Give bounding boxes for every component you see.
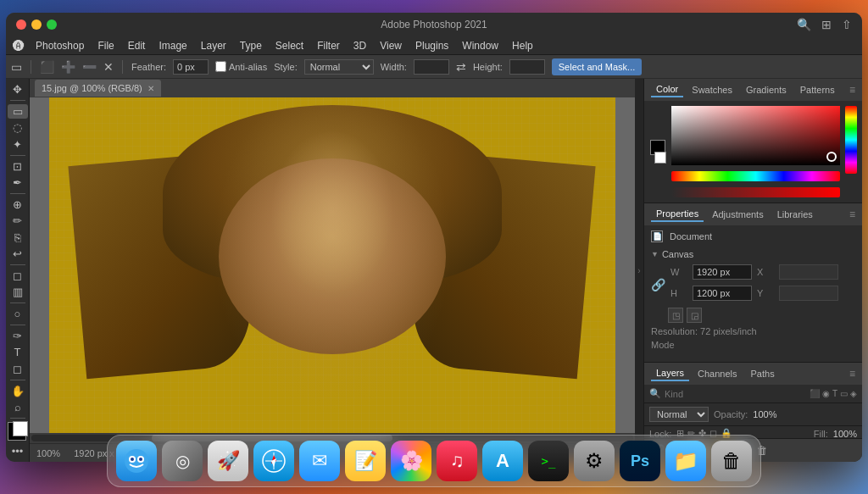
filter-pixel-icon[interactable]: ⬛ [810, 389, 820, 398]
anti-alias-check[interactable] [215, 61, 226, 72]
dock-trash[interactable]: 🗑 [711, 441, 752, 481]
menu-file[interactable]: File [92, 38, 120, 53]
dock-folder[interactable]: 📁 [665, 441, 706, 481]
swap-icon[interactable]: ⇄ [456, 60, 466, 74]
patterns-tab[interactable]: Patterns [795, 83, 840, 97]
dock-notes[interactable]: 📝 [345, 441, 386, 481]
filter-shape-icon[interactable]: ▭ [840, 389, 848, 398]
bg-color-swatch[interactable] [654, 152, 666, 164]
menu-edit[interactable]: Edit [122, 38, 152, 53]
anchor-tl-icon[interactable]: ◳ [668, 308, 683, 323]
lasso-tool[interactable]: ◌ [8, 120, 28, 135]
dock-photos[interactable]: 🌸 [391, 441, 431, 481]
swatches-tab[interactable]: Swatches [687, 83, 737, 97]
maximize-button[interactable] [47, 19, 57, 30]
arrange-icon[interactable]: ⊞ [821, 18, 832, 31]
width-input[interactable] [414, 59, 449, 75]
close-button[interactable] [16, 19, 26, 30]
anti-alias-checkbox[interactable]: Anti-alias [215, 61, 267, 72]
canvas-tab-15jpg[interactable]: 15.jpg @ 100% (RGB/8) ✕ [35, 80, 161, 97]
color-spectrum[interactable] [671, 106, 840, 165]
minimize-button[interactable] [31, 19, 42, 30]
height-input[interactable] [509, 59, 545, 75]
crop-tool[interactable]: ⊡ [8, 159, 28, 174]
marquee-tool[interactable]: ▭ [8, 104, 28, 119]
menu-window[interactable]: Window [456, 38, 504, 53]
dock-siri[interactable]: ◎ [162, 441, 203, 481]
canvas-width-input[interactable] [693, 264, 752, 280]
search-icon[interactable]: 🔍 [797, 18, 811, 31]
zoom-tool[interactable]: ⌕ [8, 400, 28, 414]
properties-panel-menu-icon[interactable]: ≡ [849, 208, 855, 220]
hue-slider[interactable] [671, 171, 840, 181]
color-tab[interactable]: Color [651, 82, 683, 97]
properties-tab[interactable]: Properties [651, 207, 704, 222]
intersect-selection-icon[interactable]: ✕ [103, 60, 114, 74]
layers-tab[interactable]: Layers [651, 366, 689, 381]
quick-select-tool[interactable]: ✦ [8, 137, 28, 152]
filter-adjust-icon[interactable]: ◉ [822, 389, 830, 398]
adjustments-tab[interactable]: Adjustments [707, 208, 769, 221]
color-panel-menu-icon[interactable]: ≡ [849, 84, 855, 96]
hue-strip[interactable] [845, 106, 857, 174]
dock-safari[interactable] [253, 441, 294, 481]
share-icon[interactable]: ⇧ [842, 18, 852, 31]
shape-tool[interactable]: ◻ [8, 362, 28, 376]
dock-mail[interactable]: ✉ [299, 441, 340, 481]
brush-tool[interactable]: ✏ [8, 214, 28, 228]
menu-image[interactable]: Image [153, 38, 192, 53]
pen-tool[interactable]: ✑ [8, 329, 28, 343]
layers-kind-input[interactable] [665, 389, 806, 399]
hand-tool[interactable]: ✋ [8, 384, 28, 398]
channels-tab[interactable]: Channels [693, 367, 742, 380]
dock-photoshop[interactable]: Ps [620, 441, 660, 481]
canvas-tab-close-btn[interactable]: ✕ [147, 84, 154, 93]
menu-help[interactable]: Help [506, 38, 539, 53]
move-tool[interactable]: ✥ [8, 82, 28, 97]
background-color[interactable] [13, 421, 28, 436]
add-selection-icon[interactable]: ➕ [61, 60, 75, 74]
dock-finder[interactable] [116, 441, 157, 481]
menu-view[interactable]: View [374, 38, 408, 53]
menu-layer[interactable]: Layer [195, 38, 232, 53]
y-position-input[interactable] [779, 286, 838, 301]
subtract-selection-icon[interactable]: ➖ [82, 60, 97, 74]
libraries-tab[interactable]: Libraries [772, 208, 818, 221]
menu-3d[interactable]: 3D [348, 38, 372, 53]
filter-smart-icon[interactable]: ◈ [850, 389, 857, 398]
link-dimensions-icon[interactable]: 🔗 [651, 278, 665, 291]
menu-select[interactable]: Select [270, 38, 309, 53]
dock-appstore[interactable]: A [482, 441, 523, 481]
feather-input[interactable] [173, 59, 209, 75]
spot-heal-tool[interactable]: ⊕ [8, 197, 28, 212]
menu-filter[interactable]: Filter [311, 38, 346, 53]
blend-mode-select[interactable]: Normal Multiply Screen [649, 407, 709, 422]
clone-stamp-tool[interactable]: ⎘ [8, 230, 28, 244]
color-picker-handle[interactable] [826, 152, 837, 162]
more-tools-button[interactable]: ••• [8, 444, 28, 458]
history-brush-tool[interactable]: ↩ [8, 247, 28, 261]
anchor-tr-icon[interactable]: ◲ [687, 308, 702, 323]
menu-photoshop[interactable]: Photoshop [30, 38, 90, 53]
menu-plugins[interactable]: Plugins [409, 38, 454, 53]
dock-music[interactable]: ♫ [437, 441, 477, 481]
canvas-scroll-area[interactable] [30, 97, 635, 433]
dock-terminal[interactable]: >_ [528, 441, 569, 481]
new-selection-icon[interactable]: ⬛ [40, 60, 54, 74]
filter-type-icon[interactable]: T [832, 389, 837, 398]
right-panel-collapse[interactable]: › [635, 79, 643, 462]
dodge-tool[interactable]: ○ [8, 307, 28, 321]
style-select[interactable]: Normal Fixed Ratio Fixed Size [304, 59, 374, 75]
color-swatch-pair[interactable] [8, 422, 28, 436]
eraser-tool[interactable]: ◻ [8, 269, 28, 283]
paths-tab[interactable]: Paths [746, 367, 780, 380]
gradient-tool[interactable]: ▥ [8, 285, 28, 299]
layers-panel-menu-icon[interactable]: ≡ [849, 368, 855, 380]
eyedropper-tool[interactable]: ✒ [8, 175, 28, 190]
dock-launchpad[interactable]: 🚀 [208, 441, 248, 481]
select-mask-button[interactable]: Select and Mask... [552, 58, 643, 75]
dock-system-prefs[interactable]: ⚙ [574, 441, 615, 481]
menu-type[interactable]: Type [234, 38, 268, 53]
x-position-input[interactable] [779, 264, 838, 280]
gradients-tab[interactable]: Gradients [741, 83, 792, 97]
